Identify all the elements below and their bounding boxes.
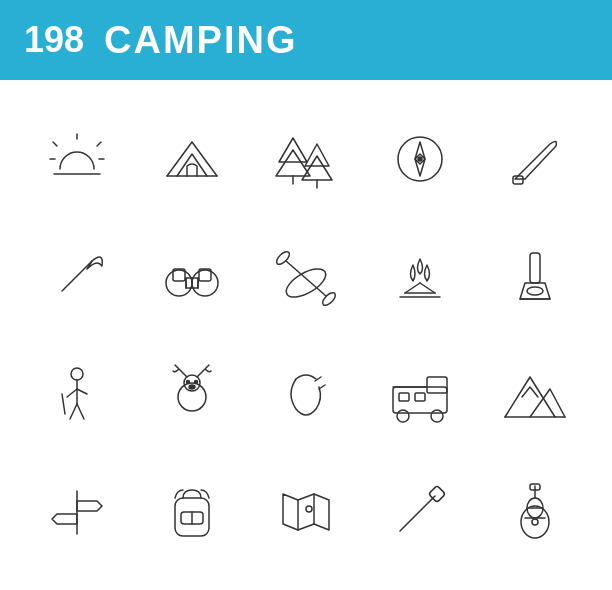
svg-line-27 [286,261,326,296]
svg-point-37 [71,368,83,380]
svg-point-41 [186,380,189,383]
rv-icon [363,335,477,453]
guitar-icon [478,453,592,571]
svg-point-19 [166,270,192,296]
axe-icon [20,218,134,336]
carabiner-icon [249,335,363,453]
svg-marker-10 [305,144,329,166]
svg-point-16 [418,157,422,161]
svg-line-38 [62,394,65,414]
svg-point-69 [532,519,538,525]
knife-icon [478,100,592,218]
binoculars-icon [134,218,248,336]
svg-rect-47 [427,377,447,393]
backpack-icon [134,453,248,571]
svg-line-1 [53,142,57,146]
svg-rect-48 [399,393,409,401]
svg-line-31 [420,283,435,293]
tent-icon [134,100,248,218]
svg-line-45 [319,385,325,389]
svg-rect-49 [415,393,425,401]
svg-rect-34 [530,253,540,283]
hiker-icon [20,335,134,453]
svg-point-42 [194,380,197,383]
compass-icon [363,100,477,218]
deer-icon [134,335,248,453]
icon-count: 198 [24,19,84,61]
svg-point-51 [431,410,443,422]
svg-point-26 [282,264,330,303]
svg-rect-46 [393,387,447,413]
marshmallow-icon [363,453,477,571]
svg-line-30 [405,283,420,293]
svg-point-36 [527,287,543,295]
svg-rect-17 [513,176,523,184]
map-icon [249,453,363,571]
svg-marker-58 [283,494,329,530]
svg-point-64 [521,506,549,538]
signpost-icon [20,453,134,571]
campfire-icon [363,218,477,336]
sunrise-icon [20,100,134,218]
svg-point-61 [306,506,312,512]
trees-icon [249,100,363,218]
svg-line-2 [97,142,101,146]
icons-grid [0,80,612,590]
flashlight-icon [478,218,592,336]
page-title: CAMPING [104,19,297,62]
page-header: 198 CAMPING [0,0,612,80]
svg-line-18 [62,261,92,291]
kayak-icon [249,218,363,336]
svg-point-20 [192,270,218,296]
svg-marker-8 [276,150,310,176]
mountains-icon [478,335,592,453]
svg-line-62 [400,496,435,531]
svg-point-43 [189,385,195,389]
svg-point-50 [397,410,409,422]
